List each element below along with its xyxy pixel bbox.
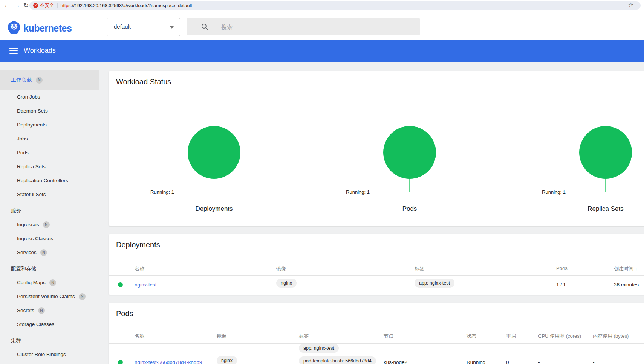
sidebar-section-cluster: 集群 bbox=[0, 334, 99, 347]
pie-annotation: Running: 1 bbox=[542, 189, 566, 195]
deployment-link[interactable]: nginx-test bbox=[135, 282, 157, 288]
sidebar-item-secrets[interactable]: SecretsN bbox=[0, 303, 99, 317]
sidebar-item-config-maps[interactable]: Config MapsN bbox=[0, 276, 99, 289]
col-labels[interactable]: 标签 bbox=[415, 265, 424, 272]
security-chip[interactable]: ✕ 不安全 bbox=[33, 2, 57, 9]
sidebar-item-replica-sets[interactable]: Replica Sets bbox=[0, 160, 99, 174]
leader-line bbox=[409, 179, 410, 192]
chip-separator bbox=[57, 3, 58, 8]
pod-status: Running bbox=[467, 359, 485, 364]
leader-line bbox=[175, 192, 214, 192]
label-chip: app: nginx-test bbox=[415, 279, 454, 288]
forward-icon[interactable]: → bbox=[14, 2, 20, 9]
app-header: ☸ kubernetes default bbox=[0, 14, 644, 40]
col-memory[interactable]: 内存使用 (bytes) bbox=[593, 333, 629, 340]
pods-card: Pods 名称 镜像 标签 节点 状态 重启 CPU 使用率 (cores) 内… bbox=[109, 303, 644, 364]
browser-chrome: ← → ↻ ✕ 不安全 https ://192.168.20.168:3259… bbox=[0, 0, 644, 14]
table-header: 名称 镜像 标签 Pods 创建时间↑ bbox=[109, 262, 644, 276]
pod-memory: - bbox=[593, 359, 595, 364]
sidebar-item-jobs[interactable]: Jobs bbox=[0, 132, 99, 146]
col-name[interactable]: 名称 bbox=[135, 265, 144, 272]
namespaced-badge: N bbox=[38, 307, 45, 314]
label-chip: app: nginx-test bbox=[299, 344, 339, 353]
sidebar-item-deployments[interactable]: Deployments bbox=[0, 118, 99, 132]
workload-status-card: Workload Status Running: 1 Deployments R… bbox=[109, 71, 644, 226]
insecure-label: 不安全 bbox=[40, 2, 54, 9]
leader-line bbox=[567, 192, 605, 192]
sort-asc-icon: ↑ bbox=[635, 266, 638, 271]
replica-sets-pie-chart: Running: 1 Replica Sets bbox=[511, 126, 644, 220]
col-created[interactable]: 创建时间↑ bbox=[614, 265, 638, 272]
col-restarts[interactable]: 重启 bbox=[506, 333, 516, 340]
reload-icon[interactable]: ↻ bbox=[23, 2, 29, 9]
search-icon bbox=[201, 23, 208, 30]
search-input[interactable] bbox=[220, 23, 403, 30]
sidebar-item-ingress-classes[interactable]: Ingress Classes bbox=[0, 231, 99, 245]
col-node[interactable]: 节点 bbox=[384, 333, 393, 340]
sidebar-item-replication-controllers[interactable]: Replication Controllers bbox=[0, 174, 99, 187]
url-text: ://192.168.20.168:32593/#/workloads?name… bbox=[71, 3, 192, 8]
leader-line bbox=[214, 179, 214, 192]
col-image[interactable]: 镜像 bbox=[276, 265, 286, 272]
sidebar: 工作负载 N Cron Jobs Daemon Sets Deployments… bbox=[0, 62, 99, 364]
sidebar-item-ingresses[interactable]: IngressesN bbox=[0, 218, 99, 231]
sidebar-item-services[interactable]: ServicesN bbox=[0, 245, 99, 259]
namespaced-badge: N bbox=[49, 279, 56, 286]
pod-link[interactable]: nginx-test-566dbd78d4-khqb9 bbox=[135, 359, 202, 364]
sidebar-item-stateful-sets[interactable]: Stateful Sets bbox=[0, 187, 99, 201]
image-chip: nginx bbox=[276, 279, 297, 288]
sidebar-item-daemon-sets[interactable]: Daemon Sets bbox=[0, 104, 99, 118]
pods-ratio: 1 / 1 bbox=[556, 282, 566, 288]
menu-icon[interactable] bbox=[9, 48, 18, 55]
image-chip: nginx bbox=[217, 356, 237, 364]
sidebar-item-storage-classes[interactable]: Storage Classes bbox=[0, 317, 99, 331]
back-icon[interactable]: ← bbox=[4, 2, 10, 9]
deployments-card: Deployments 名称 镜像 标签 Pods 创建时间↑ nginx-te… bbox=[109, 234, 644, 295]
sidebar-section-config-storage: 配置和存储 bbox=[0, 262, 99, 276]
pie-slice-running[interactable] bbox=[579, 126, 632, 179]
kubernetes-logo-icon: ☸ bbox=[8, 21, 20, 34]
table-row[interactable]: nginx-test-566dbd78d4-khqb9 nginx app: n… bbox=[109, 343, 644, 364]
leader-line bbox=[371, 192, 409, 192]
page-toolbar: Workloads bbox=[0, 40, 644, 62]
url-scheme-struck: https bbox=[61, 3, 71, 8]
sidebar-item-workloads[interactable]: 工作负载 N bbox=[0, 70, 99, 90]
created-age: 36 minutes bbox=[614, 282, 639, 288]
pie-annotation: Running: 1 bbox=[150, 189, 174, 195]
namespace-select[interactable]: default bbox=[107, 18, 180, 36]
chart-title: Replica Sets bbox=[511, 205, 644, 213]
brand-title: kubernetes bbox=[23, 23, 72, 34]
sidebar-item-pods[interactable]: Pods bbox=[0, 146, 99, 160]
chart-title: Deployments bbox=[120, 205, 308, 213]
sidebar-item-pvc[interactable]: Persistent Volume ClaimsN bbox=[0, 289, 99, 303]
sidebar-item-cron-jobs[interactable]: Cron Jobs bbox=[0, 90, 99, 104]
pie-slice-running[interactable] bbox=[383, 126, 436, 179]
table-row[interactable]: nginx-test nginx app: nginx-test 1 / 1 3… bbox=[109, 276, 644, 294]
label-chip: pod-template-hash: 566dbd78d4 bbox=[299, 356, 376, 364]
col-cpu[interactable]: CPU 使用率 (cores) bbox=[538, 333, 581, 340]
address-bar[interactable]: ✕ 不安全 https ://192.168.20.168:32593/#/wo… bbox=[29, 1, 641, 10]
col-image[interactable]: 镜像 bbox=[217, 333, 226, 340]
col-pods[interactable]: Pods bbox=[556, 265, 568, 271]
pod-restarts: 0 bbox=[506, 359, 509, 364]
search-box[interactable] bbox=[187, 18, 420, 35]
pod-cpu: - bbox=[538, 359, 540, 364]
sidebar-section-services: 服务 bbox=[0, 204, 99, 218]
card-title: Deployments bbox=[116, 241, 160, 249]
namespace-value: default bbox=[114, 23, 131, 30]
col-labels[interactable]: 标签 bbox=[299, 333, 309, 340]
pie-slice-running[interactable] bbox=[188, 126, 240, 179]
pod-node: k8s-node2 bbox=[384, 359, 407, 364]
pie-annotation: Running: 1 bbox=[346, 189, 370, 195]
bookmark-star-icon[interactable]: ☆ bbox=[628, 1, 633, 8]
card-title: Pods bbox=[116, 309, 133, 318]
col-status[interactable]: 状态 bbox=[467, 333, 476, 340]
pods-pie-chart: Running: 1 Pods bbox=[315, 126, 504, 220]
sidebar-item-label: 工作负载 bbox=[11, 77, 32, 84]
namespaced-badge: N bbox=[36, 77, 43, 84]
col-name[interactable]: 名称 bbox=[135, 333, 144, 340]
chart-title: Pods bbox=[315, 205, 504, 213]
sidebar-item-cluster-role-bindings[interactable]: Cluster Role Bindings bbox=[0, 347, 99, 361]
namespaced-badge: N bbox=[79, 293, 86, 300]
leader-line bbox=[605, 179, 606, 192]
